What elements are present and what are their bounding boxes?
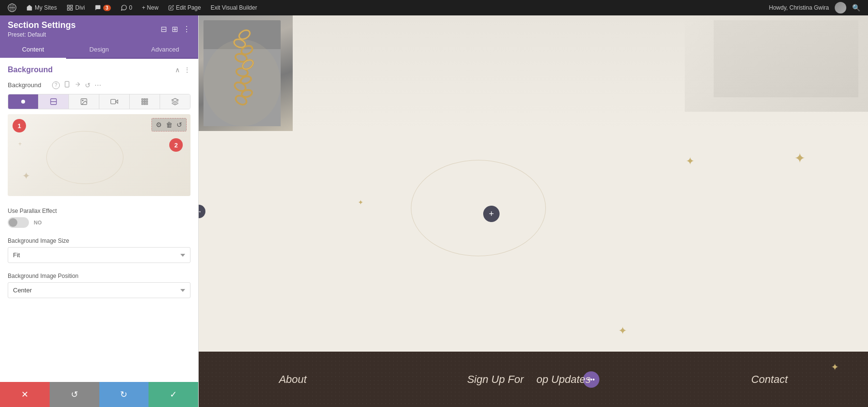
preview-undo-icon[interactable]: ↺ <box>176 120 183 130</box>
tab-design[interactable]: Design <box>66 41 132 59</box>
parallax-toggle[interactable] <box>8 217 29 228</box>
footer-about-link[interactable]: About <box>279 373 307 385</box>
svg-rect-6 <box>65 81 69 87</box>
footer-contact-container: Contact <box>751 373 788 386</box>
canvas-star-2: ✦ <box>358 198 364 206</box>
avatar[interactable] <box>835 2 846 13</box>
parallax-label: Use Parallax Effect <box>8 208 190 214</box>
svg-point-8 <box>21 100 25 104</box>
bg-type-tabs <box>8 94 190 109</box>
panel-preset[interactable]: Preset: Default <box>8 31 76 38</box>
bg-position-select[interactable]: Center Top Left Top Center Top Right Cen… <box>8 282 190 298</box>
section-header: Background ∧ ⋮ <box>0 59 198 79</box>
comment-count: 3 <box>103 5 111 11</box>
svg-rect-22 <box>144 103 146 105</box>
bg-size-field: Background Image Size Fit Fill Stretch A… <box>0 233 198 268</box>
save-button[interactable]: ✓ <box>149 382 198 407</box>
search-icon[interactable]: 🔍 <box>848 4 864 12</box>
footer-signup-container: Sign Up For ••• op Updates <box>467 373 591 386</box>
exit-builder-btn[interactable]: Exit Visual Builder <box>207 0 261 15</box>
preview-settings-icon[interactable]: ⚙ <box>155 120 163 130</box>
bg-size-select[interactable]: Fit Fill Stretch Actual Size <box>8 247 190 263</box>
jewelry-image <box>199 15 293 131</box>
canvas-star-4: ✦ <box>618 325 627 337</box>
my-sites-btn[interactable]: My Sites <box>22 0 61 15</box>
svg-rect-19 <box>144 101 146 103</box>
bg-field-label: Background <box>8 81 46 89</box>
canvas-right-top-area <box>293 15 868 131</box>
footer-about-container: About <box>279 373 307 386</box>
bg-tab-gradient[interactable] <box>39 94 69 109</box>
preview-badge-1: 1 <box>13 119 26 132</box>
left-panel: Section Settings Preset: Default ⊟ ⊞ ⋮ C… <box>0 15 199 407</box>
minimize-icon[interactable]: ⊟ <box>161 25 167 34</box>
svg-rect-14 <box>111 99 116 104</box>
comment-zero: 0 <box>129 4 133 11</box>
panel-title: Section Settings <box>8 20 76 30</box>
preview-badge-2: 2 <box>169 138 183 152</box>
panel-content: Background ∧ ⋮ Background ? ↺ <box>0 59 198 382</box>
svg-rect-15 <box>142 99 143 100</box>
footer-signup-link[interactable]: Sign Up For <box>467 373 524 385</box>
tab-advanced[interactable]: Advanced <box>132 41 198 59</box>
svg-rect-4 <box>68 8 69 10</box>
bg-tab-video[interactable] <box>99 94 130 109</box>
panel-header: Section Settings Preset: Default ⊟ ⊞ ⋮ <box>0 15 198 41</box>
collapse-icon[interactable]: ∧ <box>175 66 180 74</box>
cancel-button[interactable]: ✕ <box>0 382 50 407</box>
svg-rect-2 <box>68 5 69 7</box>
device-icon[interactable] <box>64 81 70 89</box>
bottom-buttons: ✕ ↺ ↻ ✓ <box>0 382 198 407</box>
svg-rect-18 <box>142 101 143 103</box>
grid-icon[interactable]: ⊞ <box>172 25 178 34</box>
svg-rect-16 <box>144 99 146 100</box>
panel-title-area: Section Settings Preset: Default <box>8 20 76 38</box>
reset-icon[interactable]: ↺ <box>85 81 91 89</box>
tabs-row: Content Design Advanced <box>0 41 198 59</box>
footer-contact-link[interactable]: Contact <box>751 373 788 385</box>
comments-btn[interactable]: 3 <box>91 0 115 15</box>
comment-zero-btn[interactable]: 0 <box>117 0 136 15</box>
canvas-star-3: ✦ <box>794 150 805 166</box>
dots-menu-icon[interactable]: ⋮ <box>183 25 190 34</box>
footer-shop-link[interactable]: op Updates <box>536 373 591 385</box>
section-header-right: ∧ ⋮ <box>175 66 190 74</box>
admin-bar-right: Howdy, Christina Gwira 🔍 <box>765 2 864 13</box>
section-title: Background <box>8 66 53 74</box>
add-section-btn[interactable]: + <box>483 206 500 222</box>
main-layout: Section Settings Preset: Default ⊟ ⊞ ⋮ C… <box>0 15 868 407</box>
tab-content[interactable]: Content <box>0 41 66 59</box>
footer-star: ✦ <box>831 361 839 373</box>
bg-tab-image[interactable] <box>69 94 99 109</box>
section-options-icon[interactable]: ⋮ <box>184 66 190 74</box>
svg-point-12 <box>82 100 83 101</box>
canvas-middle: ✦ ✦ ✦ ✦ + <box>199 131 868 352</box>
redo-button[interactable]: ↻ <box>99 382 149 407</box>
svg-rect-23 <box>146 103 148 105</box>
new-btn[interactable]: + New <box>138 0 162 15</box>
star-decoration-2: + <box>18 141 22 147</box>
preview-delete-icon[interactable]: 🗑 <box>165 120 174 130</box>
divi-btn[interactable]: Divi <box>63 0 89 15</box>
canvas-star-1: ✦ <box>686 155 694 168</box>
svg-rect-3 <box>70 5 72 7</box>
toggle-knob <box>9 218 17 227</box>
edit-page-btn[interactable]: Edit Page <box>164 0 205 15</box>
image-preview-area[interactable]: ✦ + 1 ⚙ 🗑 ↺ 2 <box>8 114 190 196</box>
bg-row: Background ? ↺ ⋯ <box>0 79 198 94</box>
svg-rect-5 <box>70 8 72 10</box>
parallax-field: Use Parallax Effect NO <box>0 203 198 233</box>
wp-logo-btn[interactable] <box>4 0 20 15</box>
help-icon[interactable]: ? <box>52 81 60 89</box>
bg-tab-pattern[interactable] <box>130 94 160 109</box>
svg-marker-13 <box>116 100 118 104</box>
more-icon[interactable]: ⋯ <box>95 81 101 89</box>
bg-tab-color[interactable] <box>8 94 39 109</box>
bg-tab-mask[interactable] <box>160 94 190 109</box>
canvas-top <box>199 15 868 131</box>
bg-size-label: Background Image Size <box>8 237 190 244</box>
arrow-icon[interactable] <box>74 81 81 89</box>
divi-label: Divi <box>75 4 85 11</box>
edit-page-label: Edit Page <box>176 4 201 11</box>
undo-button[interactable]: ↺ <box>50 382 99 407</box>
